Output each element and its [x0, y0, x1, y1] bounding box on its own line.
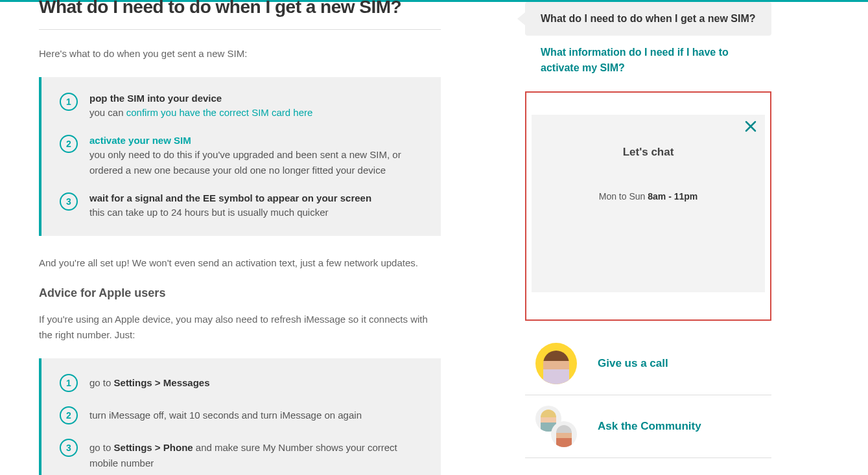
contact-call[interactable]: Give us a call [525, 332, 771, 395]
step-desc: go to Settings > Phone and make sure My … [89, 440, 423, 471]
step-desc: you only need to do this if you've upgra… [89, 147, 423, 178]
intro-text: Here's what to do when you get sent a ne… [39, 48, 441, 59]
contact-label: Ask the Community [598, 420, 701, 433]
confirm-sim-link[interactable]: confirm you have the correct SIM card he… [126, 107, 313, 118]
chat-hours-prefix: Mon to Sun [599, 191, 648, 202]
apple-heading: Advice for Apple users [39, 286, 441, 300]
contact-community[interactable]: Ask the Community [525, 395, 771, 458]
main-content: What do I need to do when I get a new SI… [39, 2, 467, 475]
faq-item-link[interactable]: What information do I need if I have to … [525, 36, 771, 85]
step-desc: you can confirm you have the correct SIM… [89, 105, 423, 121]
step-number: 2 [60, 406, 78, 424]
page-title: What do I need to do when I get a new SI… [39, 0, 441, 17]
step-desc: this can take up to 24 hours but is usua… [89, 205, 423, 220]
apple-intro: If you're using an Apple device, you may… [39, 312, 441, 343]
after-steps-text: And you're all set up! We won't even sen… [39, 255, 441, 271]
step-item: 1 go to Settings > Messages [60, 374, 423, 392]
step-text-prefix: go to [89, 442, 114, 453]
step-desc: turn iMessage off, wait 10 seconds and t… [89, 408, 423, 423]
step-title: activate your new SIM [89, 135, 423, 146]
activate-sim-link[interactable]: activate your new SIM [89, 135, 191, 146]
step-title: pop the SIM into your device [89, 93, 423, 104]
avatar [535, 343, 577, 384]
step-number: 3 [60, 192, 78, 211]
chat-hours-bold: 8am - 11pm [648, 191, 698, 202]
chat-title: Let's chat [545, 146, 752, 159]
close-icon[interactable] [744, 120, 757, 137]
faq-item-active[interactable]: What do I need to do when I get a new SI… [525, 2, 771, 36]
step-desc-prefix: you can [89, 107, 126, 118]
steps-box-apple: 1 go to Settings > Messages 2 turn iMess… [39, 358, 441, 475]
contact-label: Give us a call [598, 357, 668, 370]
step-item: 3 go to Settings > Phone and make sure M… [60, 439, 423, 471]
step-text-prefix: go to [89, 377, 114, 388]
chat-inner: Let's chat Mon to Sun 8am - 11pm [532, 115, 765, 292]
step-item: 2 activate your new SIM you only need to… [60, 135, 423, 178]
sidebar: What do I need to do when I get a new SI… [525, 2, 771, 475]
step-number: 2 [60, 135, 78, 153]
title-divider [39, 29, 441, 30]
step-number: 1 [60, 374, 78, 392]
step-item: 1 pop the SIM into your device you can c… [60, 93, 423, 121]
step-number: 3 [60, 439, 78, 457]
steps-box-sim: 1 pop the SIM into your device you can c… [39, 77, 441, 236]
step-desc: go to Settings > Messages [89, 375, 423, 391]
step-number: 1 [60, 93, 78, 111]
avatar [535, 406, 577, 447]
step-title: wait for a signal and the EE symbol to a… [89, 192, 423, 203]
step-text-bold: Settings > Phone [114, 442, 193, 453]
chat-panel: Let's chat Mon to Sun 8am - 11pm [525, 91, 771, 321]
step-text-bold: Settings > Messages [114, 377, 210, 388]
step-item: 3 wait for a signal and the EE symbol to… [60, 192, 423, 220]
chat-hours: Mon to Sun 8am - 11pm [545, 191, 752, 202]
step-item: 2 turn iMessage off, wait 10 seconds and… [60, 406, 423, 424]
